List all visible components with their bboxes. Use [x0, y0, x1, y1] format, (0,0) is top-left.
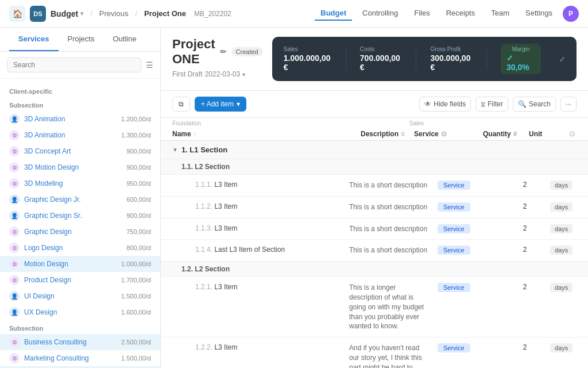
l1-section-label: 1. L1 Section — [181, 145, 227, 154]
row-service-3[interactable]: Service — [433, 222, 502, 236]
item-name: Motion Design — [24, 260, 117, 268]
row-desc-1[interactable]: This is a short description — [345, 178, 433, 193]
sidebar-tab-outline[interactable]: Outline — [103, 28, 145, 51]
filter-button[interactable]: ⧖ Filter — [475, 97, 508, 112]
add-item-label: + Add item — [201, 100, 234, 108]
row-item-id-2[interactable]: 1.1.2. L3 Item — [191, 200, 345, 213]
col-more-icon: ⊙ — [569, 129, 575, 138]
row-unit-3[interactable]: days — [548, 222, 588, 236]
project-name[interactable]: Project One — [144, 9, 186, 18]
copy-button[interactable]: ⧉ — [172, 97, 190, 112]
row-service-1[interactable]: Service — [433, 178, 502, 192]
row-item-id-5[interactable]: 1.2.1. L3 Item — [191, 281, 345, 293]
row-qty-4[interactable]: 2 — [502, 243, 548, 256]
row-item-id-6[interactable]: 1.2.2. L3 Item — [191, 341, 345, 354]
more-column-header[interactable]: ⊙ — [564, 127, 582, 140]
nav-tab-settings[interactable]: Settings — [520, 6, 558, 21]
service-column-header[interactable]: Service ⊙ — [409, 128, 478, 140]
row-service-5[interactable]: Service — [433, 281, 502, 294]
sidebar-item-3d-concept-art[interactable]: ⚙ 3D Concept Art 900,00/d — [0, 143, 160, 159]
hide-fields-button[interactable]: 👁 Hide fields — [419, 97, 471, 112]
row-service-6[interactable]: Service — [433, 341, 502, 355]
sidebar-tabs: Services Projects Outline — [0, 28, 160, 52]
row-unit-5[interactable]: days — [548, 281, 588, 294]
row-desc-4[interactable]: This is a short description — [345, 243, 433, 258]
nav-tab-receipts[interactable]: Receipts — [440, 6, 481, 21]
row-qty-1[interactable]: 2 — [502, 178, 548, 191]
sidebar-item-3d-animation-gear[interactable]: ⚙ 3D Animation 1.300,00/d — [0, 127, 160, 143]
more-button[interactable]: ··· — [560, 97, 577, 112]
filter-icon[interactable]: ☰ — [146, 60, 153, 70]
l1-section[interactable]: ▼ 1. L1 Section — [161, 141, 588, 159]
sidebar-item-marketing-consulting[interactable]: ⚙ Marketing Consulting 1.500,00/d — [0, 350, 160, 366]
filter-label: Filter — [488, 100, 503, 108]
l2-section-1-1[interactable]: 1.1. L2 Section — [161, 159, 588, 175]
sidebar-tab-services[interactable]: Services — [9, 28, 59, 51]
nav-tab-controlling[interactable]: Controlling — [357, 6, 404, 21]
app-name[interactable]: Budget ▾ — [51, 9, 83, 18]
stat-divider — [346, 49, 346, 70]
desc-column-header[interactable]: Description ≡ — [356, 128, 409, 140]
home-button[interactable]: 🏠 — [9, 6, 25, 22]
unit-column-header[interactable]: Unit — [524, 128, 564, 140]
sidebar-tab-projects[interactable]: Projects — [59, 28, 104, 51]
search-button[interactable]: 🔍 Search — [513, 97, 556, 112]
search-input[interactable] — [7, 57, 141, 72]
row-item-id-3[interactable]: 1.1.3. L3 Item — [191, 222, 345, 235]
sidebar-item-product-design[interactable]: ⚙ Product Design 1.700,00/d — [0, 272, 160, 288]
project-title: Project ONE ✏ Created — [172, 37, 263, 67]
nav-tab-team[interactable]: Team — [485, 6, 515, 21]
person-icon: 👤 — [9, 307, 20, 317]
project-draft[interactable]: First Draft 2022-03-03 ▾ — [172, 67, 263, 86]
nav-tab-files[interactable]: Files — [408, 6, 435, 21]
sidebar-item-3d-animation-person[interactable]: 👤 3D Animation 1.200,00/d — [0, 111, 160, 127]
row-desc-5[interactable]: This is a longer description of what is … — [345, 281, 433, 334]
row-unit-4[interactable]: days — [548, 243, 588, 257]
stat-margin: Margin ✓ 30,0% — [501, 44, 541, 74]
sidebar-item-graphic-design[interactable]: ⚙ Graphic Design 750,00/d — [0, 224, 160, 240]
row-service-4[interactable]: Service — [433, 243, 502, 257]
avatar[interactable]: P — [563, 6, 579, 22]
row-qty-3[interactable]: 2 — [502, 222, 548, 235]
table-row: 1.1.2. L3 Item This is a short descripti… — [161, 197, 588, 218]
add-item-button[interactable]: + Add item ▾ — [195, 97, 246, 112]
sidebar-item-motion-design[interactable]: ⚙ Motion Design 1.000,00/d — [0, 256, 160, 272]
row-service-2[interactable]: Service — [433, 200, 502, 214]
subsection-label-1: Subsection — [0, 97, 160, 111]
sidebar-item-graphic-design-jr[interactable]: 👤 Graphic Design Jr. 600,00/d — [0, 191, 160, 208]
edit-icon[interactable]: ✏ — [220, 47, 227, 56]
row-unit-1[interactable]: days — [548, 178, 588, 192]
project-title-text: Project ONE — [172, 37, 215, 67]
gear-icon: ⚙ — [9, 337, 20, 347]
sidebar-item-graphic-design-sr[interactable]: 👤 Graphic Design Sr. 900,00/d — [0, 208, 160, 224]
service-badge: Service — [438, 202, 470, 212]
sidebar-item-ui-design[interactable]: 👤 UI Design 1.500,00/d — [0, 288, 160, 304]
row-item-id-1[interactable]: 1.1.1. L3 Item — [191, 178, 345, 191]
expand-icon[interactable]: ⤢ — [559, 55, 565, 63]
row-unit-6[interactable]: days — [548, 341, 588, 355]
nav-tab-budget[interactable]: Budget — [315, 6, 352, 21]
qty-column-header[interactable]: Quantity # — [478, 128, 524, 140]
row-desc-6[interactable]: And if you haven't read our story yet, I… — [345, 341, 433, 368]
name-column-header[interactable]: Name ↑ — [172, 128, 356, 140]
breadcrumb-previous[interactable]: Previous — [99, 9, 129, 18]
item-price: 900,00/d — [126, 148, 151, 155]
row-qty-6[interactable]: 2 — [502, 341, 548, 354]
gear-icon: ⚙ — [9, 162, 20, 172]
row-qty-2[interactable]: 2 — [502, 200, 548, 213]
row-qty-5[interactable]: 2 — [502, 281, 548, 293]
foundation-label: Foundation — [172, 120, 356, 128]
row-unit-2[interactable]: days — [548, 200, 588, 214]
l2-section-1-2[interactable]: 1.2. L2 Section — [161, 262, 588, 277]
item-number: 1.2.2. — [195, 343, 212, 351]
sidebar-item-3d-motion-design[interactable]: ⚙ 3D Motion Design 900,00/d — [0, 159, 160, 175]
sidebar-item-3d-modeling[interactable]: ⚙ 3D Modeling 950,00/d — [0, 175, 160, 191]
sidebar-item-logo-design[interactable]: ⚙ Logo Design 800,00/d — [0, 240, 160, 256]
section-client-specific: Client-specific — [0, 83, 160, 97]
sidebar-item-business-consulting[interactable]: ⚙ Business Consulting 2.500,00/d — [0, 334, 160, 350]
sidebar-item-ux-design[interactable]: 👤 UX Design 1.600,00/d — [0, 304, 160, 320]
draft-label: First Draft — [172, 70, 203, 78]
row-desc-3[interactable]: This is a short description — [345, 222, 433, 236]
row-desc-2[interactable]: This is a short description — [345, 200, 433, 214]
row-item-id-4[interactable]: 1.1.4. Last L3 Item of Section — [191, 243, 345, 256]
